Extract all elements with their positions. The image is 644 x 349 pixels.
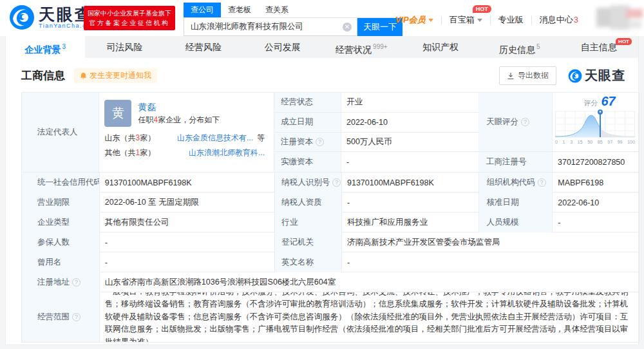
staff-size-label: 人员规模 — [479, 212, 553, 232]
vip-menu-item[interactable]: VIP会员 — [388, 14, 441, 26]
score-axis-ticks: 0131550859799100 — [555, 140, 635, 145]
tab-self-published-info[interactable]: 自主信息HOT — [559, 36, 638, 58]
search-input[interactable] — [184, 18, 357, 35]
company-type-value: 其他有限责任公司 — [100, 212, 275, 232]
help-icon[interactable]: ? — [72, 278, 80, 287]
insured-count-value: - — [100, 232, 275, 252]
legal-rep-name-link[interactable]: 黄磊 — [138, 101, 220, 113]
tab-operation-status[interactable]: 经营状况999+ — [322, 36, 401, 58]
score-chart[interactable]: 评分67 — [553, 93, 639, 151]
tab-judicial-risk[interactable]: 司法风险 — [85, 36, 164, 58]
paid-capital-value: - — [341, 152, 478, 172]
company-link[interactable]: 山东浪潮北师教育科... — [189, 148, 265, 157]
help-icon[interactable]: ? — [316, 138, 324, 146]
clear-search-icon[interactable]: ✕ — [343, 23, 352, 32]
change-notify-button[interactable]: 发生变更时通知我 — [74, 68, 157, 83]
industry-label: 行业 — [275, 212, 342, 232]
company-type-label: 企业类型 — [22, 212, 100, 232]
bell-icon — [80, 72, 87, 80]
staff-size-value: - — [553, 212, 639, 232]
business-info-table: 法定代表人 黄 黄磊 任职4家企业，分布如下 山东（共3家） 山东金质信息技术有… — [21, 92, 639, 343]
search-tab-boss[interactable]: 查老板 — [221, 3, 258, 17]
search-tab-relation[interactable]: 查关系 — [258, 3, 296, 17]
est-date-value: 2022-06-10 — [341, 113, 478, 132]
table-row: 法定代表人 黄 黄磊 任职4家企业，分布如下 山东（共3家） 山东金质信息技术有… — [22, 93, 639, 173]
official-certification-badge: 国家中小企业发展子基金旗下 官方备案企业征信机构 — [84, 6, 175, 30]
pro-version-menu-item[interactable]: 专业版 — [491, 14, 531, 26]
business-scope-label: 经营范围? — [22, 292, 100, 342]
registry-value: 济南高新技术产业开发区管委会市场监管局 — [342, 232, 639, 252]
business-term-value: 2022-06-10 至 无固定期限 — [100, 193, 275, 212]
search-area: 查公司 查老板 查关系 ✕ 天眼一下 — [184, 3, 402, 36]
tab-intellectual-property[interactable]: 知识产权 — [401, 36, 480, 58]
tianyancha-eye-icon — [568, 69, 582, 83]
approval-date-value: 2022-06-10 — [553, 193, 639, 212]
help-icon[interactable]: ? — [538, 178, 546, 187]
table-row: 企业类型 其他有限责任公司 行业 科技推广和应用服务业 人员规模 - — [22, 212, 639, 232]
hot-badge: HOT — [616, 38, 632, 45]
hot-badge: HOT — [473, 5, 491, 13]
paid-capital-label: 实缴资本 — [274, 152, 341, 172]
registry-label: 登记机关 — [275, 232, 342, 252]
tab-company-background[interactable]: 企业背景3 — [6, 36, 85, 58]
tab-company-development[interactable]: 公司发展 — [243, 36, 322, 58]
export-data-button[interactable]: 导出数据 — [499, 66, 556, 85]
table-row: 统一社会信用代码? 91370100MABPF6198K 纳税人识别号? 913… — [22, 173, 639, 193]
tab-history-info[interactable]: 历史信息5 — [480, 36, 560, 58]
message-count-badge: 3 — [574, 15, 578, 24]
legal-rep-cell: 黄 黄磊 任职4家企业，分布如下 山东（共3家） 山东金质信息技术有...等 其… — [99, 93, 274, 172]
help-icon[interactable]: ? — [72, 313, 80, 321]
former-name-label: 曾用名 — [22, 252, 100, 272]
reg-capital-value: 500万人民币 — [341, 133, 478, 152]
help-icon[interactable]: ? — [521, 118, 529, 126]
reg-number-label: 工商注册号 — [478, 152, 553, 172]
search-tabs: 查公司 查老板 查关系 — [184, 3, 402, 18]
list-item: 山东（共3家） 山东金质信息技术有...等 — [104, 133, 274, 144]
former-name-value: - — [100, 252, 275, 272]
company-detail-card: 企业背景3 司法风险 经营风险 公司发展 经营状况999+ 知识产权 历史信息5… — [5, 36, 639, 345]
score-label: 天眼评分? — [478, 93, 553, 151]
score-value: 67 — [601, 94, 615, 108]
search-tab-company[interactable]: 查公司 — [184, 3, 221, 17]
avatar[interactable]: 黄 — [104, 100, 131, 127]
table-row: 参保人数 - 登记机关 济南高新技术产业开发区管委会市场监管局 — [22, 232, 639, 252]
taxpayer-quality-value: - — [342, 193, 479, 212]
business-term-label: 营业期限 — [22, 193, 100, 212]
help-icon[interactable]: ? — [332, 178, 341, 187]
company-link[interactable]: 山东金质信息技术有... — [177, 133, 253, 142]
approval-date-label: 核准日期 — [479, 193, 553, 212]
legal-rep-jobs: 任职4家企业，分布如下 — [138, 115, 220, 126]
top-header: 天眼查 TianYanCha.com 国家中小企业发展子基金旗下 官方备案企业征… — [0, 0, 644, 36]
table-row: 经营范围? 一般项目：教育教学检测和评价活动；技术服务、技术开发、技术咨询、技术… — [22, 292, 639, 343]
table-row: 曾用名 - 英文名称 - — [22, 252, 639, 272]
list-item: 其他（共1家） 山东浪潮北师教育科... — [104, 147, 274, 158]
org-code-label: 组织机构代码? — [479, 173, 553, 193]
org-code-value: MABPF6198 — [553, 173, 639, 193]
credit-code-label: 统一社会信用代码? — [22, 173, 100, 193]
insured-count-label: 参保人数 — [22, 232, 100, 252]
toolbox-menu-item[interactable]: HOT 百宝箱 — [442, 14, 490, 26]
section-title: 工商信息 — [21, 68, 65, 83]
chevron-down-icon — [477, 19, 482, 22]
tianyancha-watermark: 天眼查 — [568, 67, 625, 84]
english-name-label: 英文名称 — [275, 252, 342, 272]
company-nav-tabs: 企业背景3 司法风险 经营风险 公司发展 经营状况999+ 知识产权 历史信息5… — [6, 36, 638, 58]
user-account-redacted[interactable] — [596, 5, 643, 30]
top-menu: VIP会员 HOT 百宝箱 专业版 消息中心3 — [388, 14, 586, 26]
taxpayer-id-label: 纳税人识别号? — [275, 173, 342, 193]
legal-rep-label: 法定代表人 — [22, 93, 99, 172]
score-curve-chart — [555, 109, 635, 140]
chevron-down-icon — [428, 19, 433, 22]
english-name-value: - — [342, 252, 639, 272]
download-icon — [507, 72, 515, 80]
business-scope-value: 一般项目：教育教学检测和评价活动；技术服务、技术开发、技术咨询、技术交流、技术转… — [100, 292, 639, 342]
tab-operation-risk[interactable]: 经营风险 — [164, 36, 243, 58]
credit-code-value: 91370100MABPF6198K — [100, 173, 275, 193]
tianyancha-eye-icon — [9, 5, 35, 30]
reg-capital-label: 注册资本? — [274, 133, 341, 152]
industry-value: 科技推广和应用服务业 — [342, 212, 479, 232]
business-info-header: 工商信息 发生变更时通知我 导出数据 天眼查 — [6, 58, 638, 91]
status-value: 开业 — [341, 93, 478, 112]
reg-number-value: 370127200827850 — [553, 152, 639, 172]
message-center-menu-item[interactable]: 消息中心3 — [532, 14, 586, 26]
